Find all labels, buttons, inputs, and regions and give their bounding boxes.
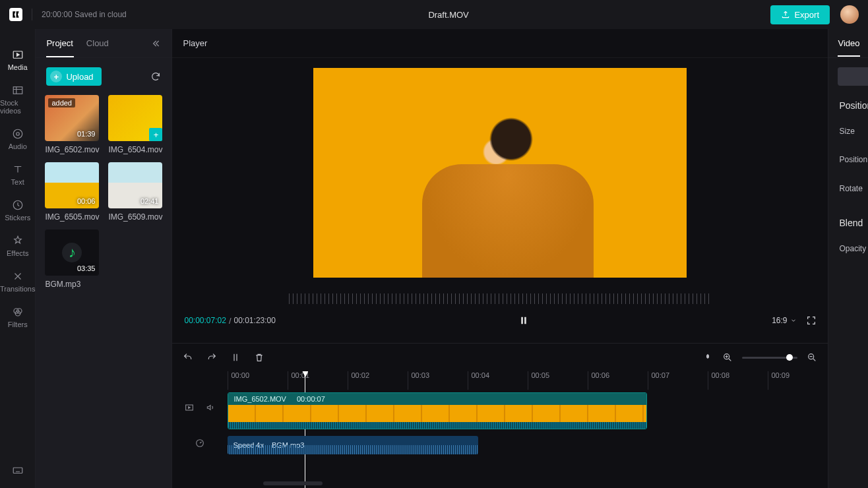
- media-icon: [12, 49, 24, 61]
- zoom-slider[interactable]: [742, 357, 797, 359]
- media-clip[interactable]: 02:41 IMG_6509.mov: [108, 162, 162, 222]
- ruler-tick: 00:09: [768, 371, 828, 390]
- tab-cloud[interactable]: Cloud: [86, 38, 109, 48]
- clip-duration: 02:41: [140, 197, 159, 205]
- clip-waveform: [228, 422, 646, 429]
- nav-stickers[interactable]: Stickers: [0, 193, 35, 228]
- playhead[interactable]: [305, 371, 305, 488]
- nav-transitions[interactable]: Transitions: [0, 264, 35, 299]
- text-icon: [12, 164, 24, 175]
- clip-name: BGM.mp3: [45, 280, 99, 289]
- clip-name: IMG_6505.mov: [45, 212, 99, 222]
- effects-icon: [12, 235, 24, 247]
- zoom-out-icon[interactable]: [807, 352, 817, 363]
- export-label: Export: [794, 10, 819, 20]
- ruler-tick: 00:05: [528, 371, 588, 390]
- pause-icon[interactable]: [518, 315, 530, 326]
- audio-name: BGM.mp3: [272, 441, 305, 449]
- marker-icon[interactable]: [702, 352, 713, 363]
- timeline-scrollbar[interactable]: [263, 481, 323, 485]
- upload-icon: [781, 10, 790, 19]
- undo-icon[interactable]: [183, 352, 193, 363]
- split-icon[interactable]: [230, 352, 241, 363]
- player-label: Player: [172, 29, 828, 58]
- nav-label: Audio: [9, 142, 27, 150]
- svg-rect-10: [524, 317, 526, 324]
- delete-icon[interactable]: [254, 352, 264, 363]
- media-clip[interactable]: added 01:39 IMG_6502.mov: [45, 95, 99, 154]
- chevron-down-icon: [790, 317, 797, 324]
- video-preview[interactable]: [313, 68, 687, 278]
- timeline-ruler[interactable]: 00:00 00:01 00:02 00:03 00:04 00:05 00:0…: [228, 371, 828, 390]
- timeline-audio-clip[interactable]: Speed 4x BGM.mp3: [228, 436, 478, 454]
- zoom-in-icon[interactable]: [722, 352, 733, 363]
- time-current: 00:00:07:02: [184, 316, 226, 325]
- speed-track-icon[interactable]: [195, 438, 205, 448]
- media-clip[interactable]: 00:06 IMG_6505.mov: [45, 162, 99, 222]
- nav-label: Stickers: [5, 214, 30, 222]
- tab-project[interactable]: Project: [46, 38, 73, 48]
- add-clip-icon[interactable]: +: [149, 128, 162, 141]
- mute-track-icon[interactable]: [205, 402, 216, 413]
- nav-filters[interactable]: Filters: [0, 299, 35, 335]
- timeline-video-clip[interactable]: IMG_6502.MOV 00:00:07: [228, 392, 647, 429]
- save-status: 20:00:00 Saved in cloud: [42, 10, 127, 19]
- clip-name: IMG_6509.mov: [108, 212, 162, 222]
- video-track-icon[interactable]: [184, 402, 195, 413]
- divider: [32, 9, 32, 20]
- redo-icon[interactable]: [206, 352, 217, 363]
- nav-label: Filters: [8, 320, 28, 328]
- svg-point-2: [13, 129, 22, 138]
- nav-text[interactable]: Text: [0, 157, 35, 193]
- media-clip[interactable]: 03:35 BGM.mp3: [45, 229, 99, 289]
- avatar[interactable]: [840, 5, 859, 24]
- app-logo[interactable]: [9, 8, 22, 21]
- clip-duration: 03:35: [77, 264, 96, 272]
- refresh-icon[interactable]: [150, 71, 161, 82]
- export-button[interactable]: Export: [770, 5, 830, 24]
- aspect-ratio-select[interactable]: 16:9: [772, 316, 796, 325]
- upload-label: Upload: [66, 72, 93, 82]
- ruler-tick: 00:06: [588, 371, 648, 390]
- nav-stock-videos[interactable]: Stock videos: [0, 78, 35, 121]
- nav-audio[interactable]: Audio: [0, 121, 35, 157]
- fullscreen-icon[interactable]: [806, 315, 817, 326]
- nav-label: Effects: [7, 249, 28, 257]
- tab-video[interactable]: Video: [838, 38, 859, 48]
- clip-thumbnails: [228, 405, 646, 422]
- svg-point-3: [16, 133, 19, 136]
- nav-label: Text: [11, 178, 24, 186]
- nav-label: Transitions: [0, 285, 35, 293]
- media-clip[interactable]: + IMG_6504.mov: [108, 95, 162, 154]
- size-label: Size: [839, 127, 868, 136]
- ruler-tick: 00:03: [408, 371, 468, 390]
- stickers-icon: [12, 199, 24, 211]
- keyboard-icon[interactable]: [12, 464, 24, 476]
- ruler-tick: 00:04: [468, 371, 528, 390]
- ruler-tick: 00:07: [648, 371, 708, 390]
- nav-label: Media: [8, 63, 28, 71]
- added-badge: added: [48, 98, 75, 107]
- ruler-tick: 00:01: [288, 371, 348, 390]
- stock-videos-icon: [12, 84, 24, 96]
- nav-effects[interactable]: Effects: [0, 228, 35, 264]
- svg-rect-9: [521, 317, 523, 324]
- ruler-tick: 00:00: [228, 371, 288, 390]
- section-title: Blend: [839, 218, 863, 228]
- collapse-panel-icon[interactable]: [150, 38, 161, 49]
- clip-name: IMG_6504.mov: [108, 145, 162, 154]
- preview-ruler[interactable]: [289, 293, 711, 304]
- aspect-value: 16:9: [772, 316, 787, 325]
- position-label: Position: [839, 155, 868, 164]
- time-separator: /: [229, 316, 232, 326]
- opacity-label: Opacity: [839, 244, 868, 253]
- rotate-label: Rotate: [839, 184, 868, 193]
- nav-label: Stock videos: [0, 99, 35, 115]
- upload-button[interactable]: + Upload: [46, 67, 101, 86]
- subtab-basic[interactable]: Basic: [838, 67, 868, 86]
- ruler-tick: 00:02: [348, 371, 408, 390]
- nav-media[interactable]: Media: [0, 42, 35, 78]
- clip-duration: 01:39: [77, 130, 96, 138]
- transitions-icon: [12, 270, 24, 282]
- clip-time: 00:00:07: [297, 395, 325, 403]
